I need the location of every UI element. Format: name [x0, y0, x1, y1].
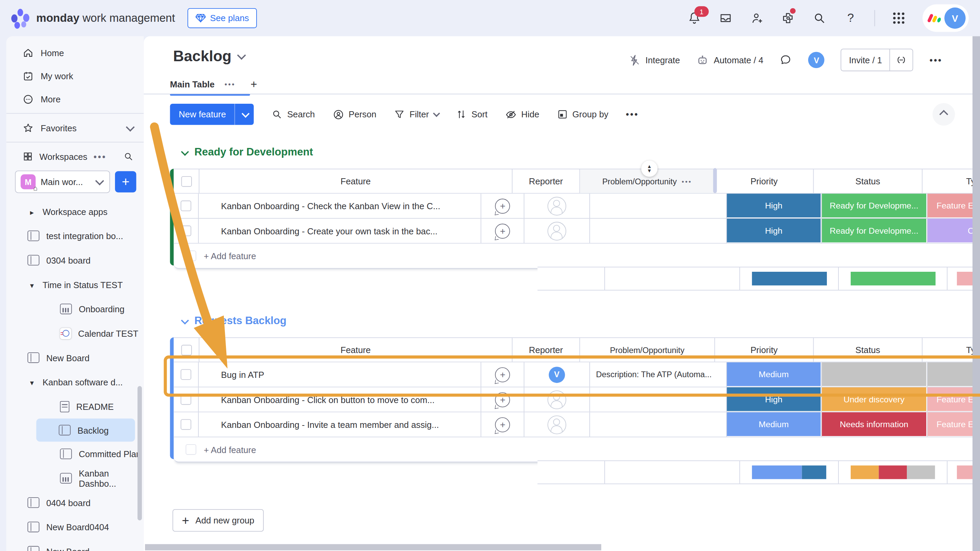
collapse-header-button[interactable]: [932, 103, 955, 125]
apps-marketplace-button[interactable]: [781, 11, 795, 25]
vertical-scrollbar[interactable]: [972, 37, 980, 551]
sidebar-item-home[interactable]: Home: [6, 41, 143, 64]
add-update-button[interactable]: +: [482, 194, 524, 218]
toolbar-more-button[interactable]: •••: [626, 109, 639, 119]
sidebar-board-item[interactable]: New Board: [6, 539, 143, 551]
person-filter-button[interactable]: Person: [332, 108, 376, 121]
column-header-status[interactable]: Status: [814, 169, 923, 193]
column-header-feature[interactable]: Feature: [199, 169, 512, 193]
column-menu-button[interactable]: •••: [682, 178, 692, 185]
column-header-type[interactable]: Type: [923, 338, 980, 362]
board-chat-button[interactable]: [780, 54, 792, 66]
board-member-avatar[interactable]: V: [808, 52, 825, 68]
sidebar-board-item[interactable]: 0304 board: [6, 248, 143, 272]
select-all-checkbox[interactable]: [174, 338, 199, 362]
hide-button[interactable]: Hide: [505, 108, 539, 121]
problem-cell[interactable]: [590, 219, 727, 243]
board-menu-button[interactable]: •••: [930, 55, 943, 65]
account-pill[interactable]: V: [923, 5, 969, 32]
reporter-cell[interactable]: [524, 412, 590, 437]
help-button[interactable]: ?: [843, 11, 858, 25]
sidebar-board-item[interactable]: Onboarding: [6, 297, 143, 321]
sidebar-board-item[interactable]: 0404 board: [6, 491, 143, 515]
sidebar-scrollbar[interactable]: [137, 386, 142, 520]
sidebar-board-item[interactable]: Workspace apps: [6, 199, 143, 224]
type-cell[interactable]: Feature Enhancement: [927, 412, 980, 437]
new-feature-dropdown[interactable]: [235, 104, 254, 125]
row-checkbox[interactable]: [174, 387, 199, 412]
sidebar-board-item[interactable]: Kanban Dashbo...: [6, 466, 143, 491]
column-header-priority[interactable]: Priority: [715, 338, 814, 362]
column-header-type[interactable]: Type: [923, 169, 980, 193]
sort-button[interactable]: Sort: [456, 109, 488, 120]
column-header-reporter[interactable]: Reporter: [512, 338, 580, 362]
type-cell[interactable]: Feature Enhancement: [927, 387, 980, 412]
feature-cell[interactable]: Kanban Onboarding - Check the Kanban Vie…: [198, 194, 482, 218]
row-checkbox[interactable]: [174, 194, 199, 218]
group-by-button[interactable]: Group by: [557, 109, 608, 120]
reporter-cell[interactable]: [524, 219, 590, 243]
priority-cell[interactable]: Medium: [727, 412, 822, 437]
table-row[interactable]: Kanban Onboarding - Click on button to m…: [174, 387, 980, 412]
inbox-button[interactable]: [718, 11, 733, 25]
automate-button[interactable]: Automate / 4: [696, 54, 763, 66]
sidebar-board-item[interactable]: Committed Plan: [6, 442, 143, 466]
monday-logo-icon[interactable]: [11, 9, 30, 27]
table-row[interactable]: Kanban Onboarding - Check the Kanban Vie…: [174, 194, 980, 218]
user-avatar[interactable]: V: [944, 8, 966, 29]
feature-cell[interactable]: Kanban Onboarding - Create your own task…: [198, 219, 482, 243]
add-update-button[interactable]: +: [482, 387, 524, 412]
feature-cell[interactable]: Kanban Onboarding - Invite a team member…: [198, 412, 482, 437]
column-header-reporter[interactable]: Reporter: [512, 169, 580, 193]
sidebar-board-item[interactable]: test integration bo...: [6, 224, 143, 248]
column-header-status[interactable]: Status: [814, 338, 923, 362]
group-title-requests-backlog[interactable]: Requests Backlog: [181, 315, 286, 327]
group-title-ready-for-development[interactable]: Ready for Development: [181, 146, 313, 159]
filter-button[interactable]: Filter: [394, 109, 439, 120]
sidebar-item-more[interactable]: More: [6, 87, 143, 111]
column-sort-icon[interactable]: ▲▼: [641, 160, 657, 177]
add-update-button[interactable]: +: [482, 362, 524, 387]
search-toolbar-button[interactable]: Search: [272, 109, 315, 120]
problem-cell[interactable]: [590, 194, 727, 218]
workspaces-menu-button[interactable]: •••: [94, 151, 107, 161]
row-checkbox[interactable]: [174, 412, 199, 437]
type-cell[interactable]: Feature Enhancement: [927, 194, 980, 218]
priority-cell[interactable]: High: [727, 219, 822, 243]
add-workspace-item-button[interactable]: +: [115, 171, 136, 192]
reporter-cell[interactable]: [524, 387, 590, 412]
table-row[interactable]: Kanban Onboarding - Create your own task…: [174, 219, 980, 243]
horizontal-scrollbar[interactable]: [145, 544, 601, 550]
problem-cell[interactable]: [590, 412, 727, 437]
sidebar-board-item[interactable]: Backlog: [37, 419, 135, 442]
type-cell[interactable]: [927, 362, 980, 387]
priority-cell[interactable]: High: [727, 194, 822, 218]
status-cell[interactable]: Under discovery: [822, 387, 927, 412]
select-all-checkbox[interactable]: [174, 169, 199, 193]
new-feature-button[interactable]: New feature: [170, 104, 254, 125]
invite-button[interactable]: Invite / 1: [841, 49, 913, 71]
sidebar-board-item[interactable]: Kanban software d...: [6, 370, 143, 394]
column-header-problem[interactable]: Problem/Opportunity: [580, 338, 715, 362]
sidebar-item-my-work[interactable]: My work: [6, 64, 143, 87]
copy-link-segment[interactable]: [889, 49, 913, 70]
sidebar-item-favorites[interactable]: Favorites: [6, 116, 143, 140]
tab-menu-button[interactable]: •••: [224, 81, 235, 88]
sidebar-board-item[interactable]: New Board0404: [6, 514, 143, 539]
priority-cell[interactable]: Medium: [727, 362, 822, 387]
table-row[interactable]: Kanban Onboarding - Invite a team member…: [174, 412, 980, 437]
column-header-feature[interactable]: Feature: [199, 338, 512, 362]
add-update-button[interactable]: +: [482, 219, 524, 243]
integrate-button[interactable]: Integrate: [628, 54, 680, 66]
table-row[interactable]: Bug in ATP + V Description: The ATP (Aut…: [174, 362, 980, 387]
status-cell[interactable]: Needs information: [822, 412, 927, 437]
add-update-button[interactable]: +: [482, 412, 524, 437]
tab-main-table[interactable]: Main Table: [170, 79, 215, 89]
type-cell[interactable]: Other: [927, 219, 980, 243]
product-switcher-button[interactable]: [891, 11, 906, 25]
status-cell[interactable]: [822, 362, 927, 387]
reporter-cell[interactable]: [524, 194, 590, 218]
sidebar-board-item[interactable]: Calendar TEST: [6, 321, 143, 346]
sidebar-board-item[interactable]: README: [6, 394, 143, 419]
add-feature-button[interactable]: + Add feature: [174, 437, 980, 462]
